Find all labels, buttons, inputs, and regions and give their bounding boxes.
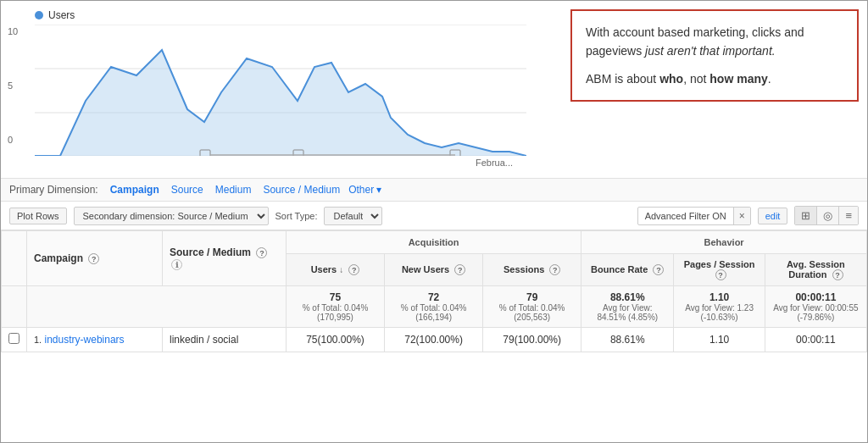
dim-source[interactable]: Source: [168, 184, 207, 196]
totals-row: 75 % of Total: 0.04% (170,995) 72 % of T…: [2, 286, 867, 328]
table-row: 1. industry-webinars linkedin / social 7…: [2, 328, 867, 352]
row-checkbox[interactable]: [8, 333, 19, 344]
sort-type-label: Sort Type:: [275, 211, 318, 221]
callout-box: With account based marketing, clicks and…: [570, 9, 859, 102]
totals-avg-duration: 00:00:11 Avg for View: 00:00:55 (-79.86%…: [765, 286, 866, 328]
bounce-rate-help-icon[interactable]: ?: [653, 264, 664, 275]
filter-text: Advanced Filter ON: [638, 208, 733, 224]
totals-checkbox-cell: [2, 286, 27, 328]
th-pages-session: Pages / Session ?: [674, 254, 765, 286]
plot-rows-button[interactable]: Plot Rows: [9, 208, 67, 224]
users-help-icon[interactable]: ?: [348, 264, 359, 275]
primary-dimension-label: Primary Dimension:: [9, 184, 98, 196]
pages-session-help-icon[interactable]: ?: [715, 269, 726, 280]
list-view-icon[interactable]: ≡: [839, 207, 858, 224]
th-behavior-group: Behavior: [581, 231, 867, 254]
totals-bounce-rate: 88.61% Avg for View: 84.51% (4.85%): [581, 286, 674, 328]
chart-x-label: Februa...: [476, 158, 513, 168]
row-campaign-cell: 1. industry-webinars: [27, 328, 163, 352]
th-sessions: Sessions ?: [483, 254, 581, 286]
chart-svg: [35, 25, 526, 156]
row-sessions-cell: 79(100.00%): [483, 328, 581, 352]
th-bounce-rate: Bounce Rate ?: [581, 254, 674, 286]
chart-y-labels: 10 5 0: [8, 26, 18, 145]
advanced-filter-box: Advanced Filter ON ×: [637, 207, 751, 225]
dim-source-medium[interactable]: Source / Medium: [259, 184, 343, 196]
row-avg-duration-cell: 00:00:11: [765, 328, 866, 352]
chart-legend-label: Users: [48, 9, 75, 21]
source-medium-info-icon[interactable]: ℹ: [171, 259, 182, 270]
callout-line3: ABM is about who, not how many.: [586, 69, 843, 88]
svg-marker-4: [35, 50, 526, 156]
toolbar: Plot Rows Secondary dimension: Source / …: [1, 202, 867, 230]
sessions-help-icon[interactable]: ?: [549, 264, 560, 275]
totals-label-cell: [27, 286, 287, 328]
data-table: Campaign ? Source / Medium ? ℹ Acquisiti…: [1, 230, 867, 352]
data-table-container: Campaign ? Source / Medium ? ℹ Acquisiti…: [1, 230, 867, 352]
filter-clear-button[interactable]: ×: [733, 208, 750, 224]
y-label-5: 5: [8, 80, 18, 91]
pie-view-icon[interactable]: ◎: [817, 207, 839, 224]
edit-button[interactable]: edit: [758, 208, 788, 224]
th-campaign: Campaign ?: [27, 231, 163, 286]
primary-dimension-bar: Primary Dimension: Campaign Source Mediu…: [1, 179, 867, 202]
row-bounce-rate-cell: 88.61%: [581, 328, 674, 352]
new-users-help-icon[interactable]: ?: [454, 264, 465, 275]
row-source-medium-cell: linkedin / social: [163, 328, 287, 352]
totals-pages-session: 1.10 Avg for View: 1.23 (-10.63%): [674, 286, 765, 328]
dim-medium[interactable]: Medium: [212, 184, 255, 196]
chart-area: Users 10 5 0 Februa... With acc: [1, 1, 867, 179]
sort-type-select[interactable]: Default: [324, 207, 382, 225]
campaign-link[interactable]: industry-webinars: [45, 334, 125, 346]
callout-line2: pageviews just aren't that important.: [586, 42, 843, 60]
callout-line1: With account based marketing, clicks and: [586, 23, 843, 42]
dim-campaign[interactable]: Campaign: [107, 184, 163, 196]
campaign-help-icon[interactable]: ?: [88, 253, 99, 264]
row-new-users-cell: 72(100.00%): [385, 328, 483, 352]
row-pages-session-cell: 1.10: [674, 328, 765, 352]
totals-new-users: 72 % of Total: 0.04% (166,194): [385, 286, 483, 328]
totals-sessions: 79 % of Total: 0.04% (205,563): [483, 286, 581, 328]
legend-dot: [35, 11, 43, 19]
totals-users: 75 % of Total: 0.04% (170,995): [286, 286, 384, 328]
th-avg-duration: Avg. Session Duration ?: [765, 254, 866, 286]
dim-other[interactable]: Other ▾: [348, 184, 381, 196]
y-label-0: 0: [8, 135, 18, 145]
users-sort-icon[interactable]: ↓: [339, 265, 343, 274]
th-users: Users ↓ ?: [286, 254, 384, 286]
th-checkbox: [2, 231, 27, 286]
row-checkbox-cell[interactable]: [2, 328, 27, 352]
row-users-cell: 75(100.00%): [286, 328, 384, 352]
th-new-users: New Users ?: [385, 254, 483, 286]
avg-duration-help-icon[interactable]: ?: [832, 269, 843, 280]
view-icons-group: ⊞ ◎ ≡: [794, 206, 859, 225]
th-acquisition-group: Acquisition: [286, 231, 581, 254]
grid-view-icon[interactable]: ⊞: [795, 207, 817, 224]
y-label-10: 10: [8, 26, 18, 36]
th-source-medium: Source / Medium ? ℹ: [163, 231, 287, 286]
group-header-row: Campaign ? Source / Medium ? ℹ Acquisiti…: [2, 231, 867, 254]
secondary-dimension-select[interactable]: Secondary dimension: Source / Medium: [74, 207, 269, 225]
source-medium-help-icon[interactable]: ?: [256, 247, 267, 258]
